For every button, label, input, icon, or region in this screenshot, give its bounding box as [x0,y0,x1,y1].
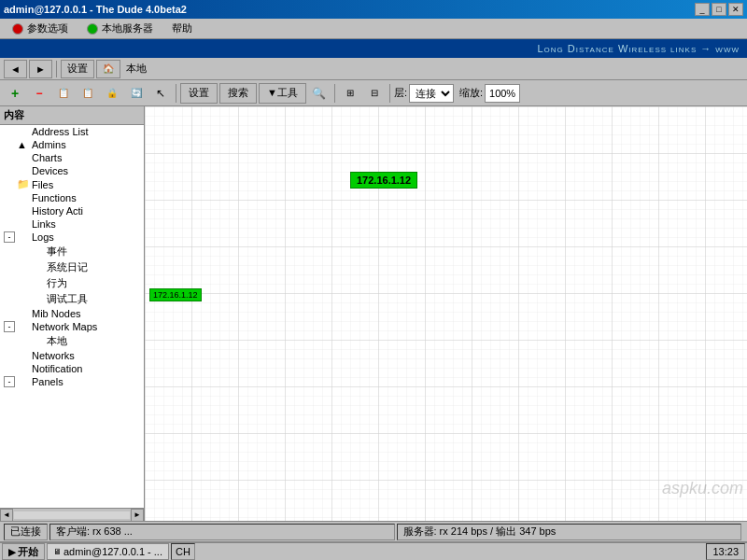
title-text: admin@127.0.0.1 - The Dude 4.0beta2 [4,4,187,15]
menu-bar: 参数选项 本地服务器 帮助 [0,19,747,39]
tree-item[interactable]: 📁Files [0,177,144,191]
tree-item-icon: ▲ [17,139,30,150]
tool-icon1[interactable]: 📋 [52,83,75,104]
maximize-btn[interactable]: □ [712,3,726,16]
tree-item-label: Logs [32,231,54,243]
toolbar: + − 📋 📋 🔒 🔄 ↖ 设置 搜索 ▼工具 🔍 ⊞ ⊟ 层: 连接 缩放: … [0,80,747,106]
layer-label: 层: [394,86,407,100]
tree-expand-btn[interactable]: - [4,376,15,387]
tree-item[interactable]: 调试工具 [0,291,144,307]
tree-item-label: Mib Nodes [32,308,81,319]
tree-item[interactable]: Address List [0,125,144,138]
status-connected: 已连接 [4,524,48,540]
tree-item[interactable]: History Acti [0,204,144,217]
tree-item[interactable]: ▲Admins [0,138,144,151]
nav-bar: ◄ ► 设置 🏠 本地 [0,58,747,80]
nav-back[interactable]: ◄ [4,60,27,78]
minimize-btn[interactable]: _ [695,3,710,16]
status-server: 服务器: rx 214 bps / 输出 347 bps [397,524,742,540]
tree-item[interactable]: Links [0,217,144,231]
tree-item[interactable]: Charts [0,151,144,164]
tree-item-label: Files [32,179,53,190]
tool-sep2 [334,84,335,103]
add-btn[interactable]: + [4,83,26,104]
sidebar: 内容 Address List▲AdminsChartsDevices📁File… [0,106,145,521]
tree-item-icon: 📁 [17,178,30,190]
nav-settings[interactable]: 设置 [61,60,94,78]
tree-item-label: 本地 [47,334,67,348]
sidebar-header: 内容 [0,106,144,125]
menu-params[interactable]: 参数选项 [4,19,77,38]
tree-item[interactable]: Functions [0,191,144,204]
tree-item-label: Links [32,218,56,230]
server-icon [87,23,98,35]
tree-item-label: Charts [32,152,62,163]
tree-item[interactable]: 系统日记 [0,259,144,275]
tree-item[interactable]: Mib Nodes [0,307,144,320]
tree-expand-btn[interactable]: - [4,321,15,332]
tree-item-label: Networks [32,350,75,361]
tree-item-label: Devices [32,165,68,176]
params-icon [12,23,23,35]
search-btn[interactable]: 搜索 [219,83,257,104]
zoom-label: 缩放: [459,86,483,100]
taskbar: ▶ 开始 🖥 admin@127.0.0.1 - ... CH 13:23 [0,541,747,560]
nav-sep1 [56,61,57,77]
tree-item-label: Functions [32,192,77,203]
menu-help[interactable]: 帮助 [163,19,201,38]
tree-item[interactable]: -Panels [0,375,144,388]
status-client: 客户端: rx 638 ... [49,524,395,540]
find-btn[interactable]: 🔍 [308,83,331,104]
tool-refresh[interactable]: 🔄 [125,83,148,104]
tree-item[interactable]: Devices [0,164,144,177]
tree-item[interactable]: Networks [0,349,144,362]
remove-btn[interactable]: − [28,83,50,104]
taskbar-time: 13:23 [706,543,745,560]
tree-item[interactable]: Notification [0,362,144,375]
scroll-left[interactable]: ◄ [0,509,13,522]
nav-home[interactable]: 🏠 [96,60,120,78]
settings-btn[interactable]: 设置 [180,83,218,104]
svg-rect-1 [145,106,747,521]
snap-btn[interactable]: ⊞ [339,83,361,104]
zoom-value: 100% [485,84,520,103]
tool-sep1 [176,84,176,103]
close-btn[interactable]: ✕ [728,3,743,16]
tool-icon2[interactable]: 📋 [77,83,99,104]
layer-select[interactable]: 连接 [409,84,454,103]
tools-btn[interactable]: ▼工具 [259,83,306,104]
content-area: 内容 Address List▲AdminsChartsDevices📁File… [0,106,747,521]
tree-item-label: Address List [32,126,89,137]
menu-local-server[interactable]: 本地服务器 [78,19,162,38]
tool-cursor[interactable]: ↖ [149,83,172,104]
tree-item-label: Notification [32,363,82,374]
taskbar-app[interactable]: 🖥 admin@127.0.0.1 - ... [47,543,169,560]
taskbar-ch: CH [171,543,195,560]
status-bar: 已连接 客户端: rx 638 ... 服务器: rx 214 bps / 输出… [0,521,747,541]
grid [145,106,747,521]
tree-item-label: 系统日记 [47,260,88,274]
canvas-area[interactable]: 172.16.1.12 172.16.1.12 aspku.com [145,106,747,521]
nav-forward[interactable]: ► [29,60,52,78]
device-node-main[interactable]: 172.16.1.12 [350,172,417,189]
tree-item-label: 调试工具 [47,292,88,306]
tree-expand-btn[interactable]: - [4,231,15,243]
tree-item[interactable]: 行为 [0,275,144,291]
scroll-track[interactable] [14,511,130,519]
tree-item[interactable]: 事件 [0,244,144,259]
scroll-right[interactable]: ► [131,509,144,522]
tree-item-label: History Acti [32,205,83,217]
tree-item-label: Admins [32,139,66,150]
start-button[interactable]: ▶ 开始 [2,543,45,560]
tree-item-label: 行为 [47,276,67,290]
device-node-mini[interactable]: 172.16.1.12 [149,288,202,301]
nav-breadcrumb: 本地 [122,62,150,76]
sidebar-tree: Address List▲AdminsChartsDevices📁FilesFu… [0,125,144,508]
tree-item[interactable]: -Network Maps [0,320,144,333]
tree-item[interactable]: -Logs [0,231,144,244]
tool-lock[interactable]: 🔒 [101,83,123,104]
tree-item-label: Panels [32,376,63,387]
sidebar-hscroll: ◄ ► [0,508,144,521]
grid-btn[interactable]: ⊟ [363,83,386,104]
tree-item[interactable]: 本地 [0,333,144,349]
